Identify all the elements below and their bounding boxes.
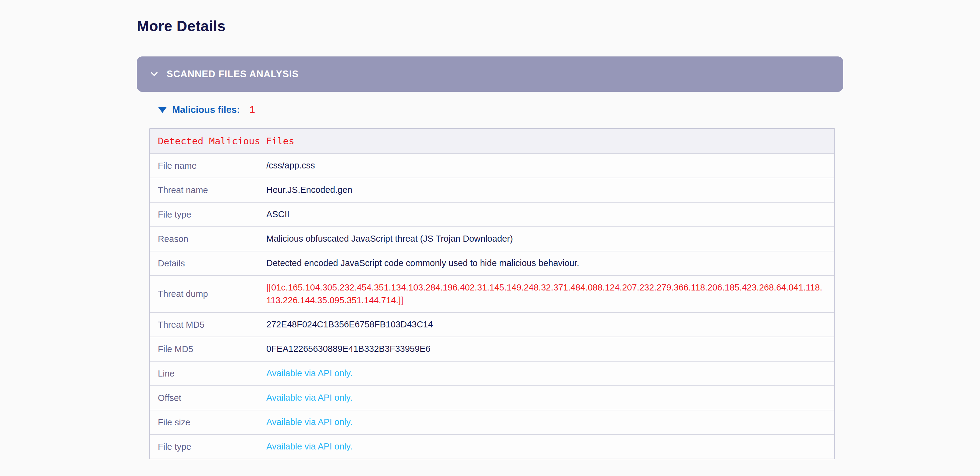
scanned-files-accordion-header[interactable]: SCANNED FILES ANALYSIS xyxy=(137,56,843,92)
row-label: File MD5 xyxy=(150,344,266,354)
table-row-file-size: File size Available via API only. xyxy=(150,410,834,434)
row-label: File size xyxy=(150,417,266,428)
row-label: Threat name xyxy=(150,185,266,195)
table-row-threat-md5: Threat MD5 272E48F024C1B356E6758FB103D43… xyxy=(150,312,834,337)
table-row-details: Details Detected encoded JavaScript code… xyxy=(150,251,834,275)
row-label: Details xyxy=(150,259,266,268)
more-details-page: More Details SCANNED FILES ANALYSIS Mali… xyxy=(0,0,980,459)
row-label: Threat MD5 xyxy=(150,320,266,330)
table-row-offset: Offset Available via API only. xyxy=(150,385,834,410)
row-label: Threat dump xyxy=(150,289,266,299)
table-row-threat-name: Threat name Heur.JS.Encoded.gen xyxy=(150,177,834,202)
malicious-files-label: Malicious files: xyxy=(172,104,240,115)
row-label: Reason xyxy=(150,234,266,244)
row-value: Available via API only. xyxy=(266,440,834,453)
row-value: Available via API only. xyxy=(266,367,834,380)
row-value: Heur.JS.Encoded.gen xyxy=(266,184,834,196)
row-label: File type xyxy=(150,209,266,220)
chevron-down-icon xyxy=(149,69,159,79)
row-label: File name xyxy=(150,161,266,171)
row-value: Available via API only. xyxy=(266,416,834,428)
accordion-title: SCANNED FILES ANALYSIS xyxy=(167,69,299,80)
row-label: Line xyxy=(150,369,266,379)
table-row-threat-dump: Threat dump [[01c.165.104.305.232.454.35… xyxy=(150,275,834,312)
row-label: File type xyxy=(150,442,266,452)
row-value: ASCII xyxy=(266,208,834,220)
row-label: Offset xyxy=(150,393,266,403)
malicious-files-toggle[interactable]: Malicious files: 1 xyxy=(158,104,980,115)
table-header-row: Detected Malicious Files xyxy=(150,129,834,153)
row-value: Malicious obfuscated JavaScript threat (… xyxy=(266,233,834,245)
row-value: 0FEA12265630889E41B332B3F33959E6 xyxy=(266,343,834,355)
malicious-file-table: Detected Malicious Files File name /css/… xyxy=(149,128,835,459)
table-row-file-name: File name /css/app.css xyxy=(150,153,834,177)
row-value: Available via API only. xyxy=(266,391,834,404)
row-value: /css/app.css xyxy=(266,159,834,172)
row-value: 272E48F024C1B356E6758FB103D43C14 xyxy=(266,318,834,331)
row-value: Detected encoded JavaScript code commonl… xyxy=(266,257,834,270)
table-row-file-md5: File MD5 0FEA12265630889E41B332B3F33959E… xyxy=(150,337,834,361)
table-row-file-type-2: File type Available via API only. xyxy=(150,434,834,458)
table-row-line: Line Available via API only. xyxy=(150,361,834,385)
table-header-title: Detected Malicious Files xyxy=(158,136,294,147)
table-row-file-type: File type ASCII xyxy=(150,202,834,227)
malicious-files-count: 1 xyxy=(250,104,255,115)
triangle-down-icon xyxy=(158,107,167,113)
table-row-reason: Reason Malicious obfuscated JavaScript t… xyxy=(150,227,834,251)
page-title: More Details xyxy=(137,18,980,35)
row-value: [[01c.165.104.305.232.454.351.134.103.28… xyxy=(266,281,834,306)
